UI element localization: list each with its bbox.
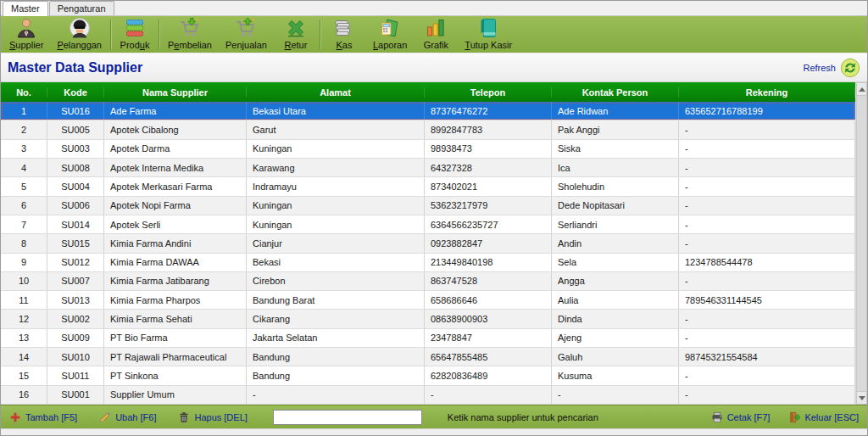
- cell-telepon: 6364566235727: [425, 215, 552, 233]
- scroll-up-icon: [859, 87, 865, 92]
- toolbar-button-grafik[interactable]: Grafik: [414, 17, 458, 52]
- table-row[interactable]: 1SU016Ade FarmaBekasi Utara87376476272Ad…: [1, 102, 855, 120]
- cell-alamat: Bandung: [247, 366, 425, 384]
- supplier-search-input[interactable]: [273, 410, 422, 425]
- toolbar-button-tutup-kasir[interactable]: Tutup Kasir: [458, 17, 519, 52]
- column-header-rekening[interactable]: Rekening: [679, 87, 855, 98]
- return-x-icon: [285, 17, 307, 39]
- toolbar-button-retur[interactable]: Retur: [274, 17, 318, 52]
- toolbar-button-label: Laporan: [373, 40, 407, 50]
- cell-telepon: 213449840198: [425, 254, 552, 271]
- ubah-button[interactable]: Ubah [F6]: [99, 411, 156, 423]
- cart-up-icon: [235, 17, 257, 39]
- table-row[interactable]: 3SU003Apotek DarmaKuningan98938473Siska-: [1, 140, 855, 159]
- cell-no: 5: [1, 177, 47, 195]
- cell-kontak-person: Siska: [552, 140, 679, 158]
- toolbar-group: KasLaporanGrafikTutup Kasir: [322, 17, 519, 52]
- pencil-icon: [99, 411, 111, 423]
- cell-alamat: Bandung Barat: [247, 291, 425, 309]
- cell-rekening: -: [679, 159, 855, 176]
- toolbar-button-label: Pembelian: [168, 40, 212, 50]
- column-header-telepon[interactable]: Telepon: [425, 87, 552, 98]
- cell-nama-supplier: Kimia Farma Andini: [104, 234, 247, 252]
- cell-kode: SU007: [47, 272, 104, 290]
- cell-kode: SU006: [47, 197, 104, 215]
- scroll-down-button[interactable]: [856, 391, 867, 405]
- cetak-button[interactable]: Cetak [F7]: [711, 411, 771, 423]
- table-row[interactable]: 6SU006Apotek Nopi FarmaKuningan536232179…: [1, 197, 855, 215]
- cell-kode: SU002: [47, 310, 104, 327]
- cell-telepon: 87376476272: [425, 102, 552, 120]
- refresh-icon[interactable]: [840, 58, 860, 78]
- cell-nama-supplier: Apotek Serli: [104, 215, 247, 233]
- cell-telepon: 0923882847: [425, 234, 552, 252]
- cell-kode: SU009: [47, 329, 104, 347]
- cell-kontak-person: Galuh: [552, 348, 679, 366]
- toolbar-button-label: Tutup Kasir: [465, 40, 512, 50]
- cell-no: 15: [1, 366, 47, 384]
- cell-kontak-person: Aulia: [552, 291, 679, 309]
- cell-kontak-person: Kusuma: [552, 366, 679, 384]
- table-row[interactable]: 2SU005Apotek CibalongGarut8992847783Pak …: [1, 120, 855, 139]
- tab-master[interactable]: Master: [3, 1, 48, 16]
- column-header-no[interactable]: No.: [1, 87, 47, 98]
- table-row[interactable]: 15SU011PT SinkonaBandung62820836489Kusum…: [1, 366, 855, 385]
- cell-kode: SU005: [47, 120, 104, 138]
- table-row[interactable]: 7SU014Apotek SerliKuningan6364566235727S…: [1, 215, 855, 234]
- cell-nama-supplier: PT Rajawali Pharmaceutical: [104, 348, 247, 366]
- toolbar-button-penjualan[interactable]: Penjualan: [219, 17, 274, 52]
- report-icon: [379, 17, 401, 39]
- page-title: Master Data Supplier: [8, 60, 142, 75]
- cell-kontak-person: Dede Nopitasari: [552, 197, 679, 215]
- table-row[interactable]: 5SU004Apotek Merkasari FarmaIndramayu873…: [1, 177, 855, 196]
- tambah-button[interactable]: Tambah [F5]: [9, 411, 77, 423]
- keluar-button[interactable]: Keluar [ESC]: [788, 411, 859, 423]
- table-row[interactable]: 10SU007Kimia Farma JatibarangCirebon8637…: [1, 272, 855, 291]
- cell-rekening: -: [679, 140, 855, 158]
- cell-rekening: -: [679, 329, 855, 347]
- cell-alamat: Garut: [247, 120, 425, 138]
- vertical-scrollbar[interactable]: [855, 82, 867, 405]
- cell-no: 16: [1, 386, 47, 404]
- supplier-icon: [15, 17, 37, 39]
- cell-rekening: 1234788544478: [679, 254, 855, 271]
- button-label: Keluar [ESC]: [804, 412, 859, 422]
- hapus-button[interactable]: Hapus [DEL]: [178, 411, 247, 423]
- tab-pengaturan[interactable]: Pengaturan: [49, 1, 114, 15]
- table-row[interactable]: 16SU001Supplier Umum----: [1, 386, 855, 405]
- cell-kontak-person: -: [552, 386, 679, 404]
- cell-telepon: 62820836489: [425, 366, 552, 384]
- toolbar-button-supplier[interactable]: Supplier: [3, 17, 50, 52]
- cell-telepon: 64327328: [425, 159, 552, 176]
- table-row[interactable]: 12SU002Kimia Farma SehatiCikarang0863890…: [1, 310, 855, 328]
- table-row[interactable]: 9SU012Kimia Farma DAWAABekasi21344984019…: [1, 254, 855, 272]
- scroll-up-button[interactable]: [856, 82, 867, 96]
- refresh-button[interactable]: Refresh: [803, 58, 860, 78]
- scrollbar-track[interactable]: [856, 96, 867, 391]
- cell-rekening: -: [679, 310, 855, 327]
- toolbar-button-pembelian[interactable]: Pembelian: [161, 17, 219, 52]
- toolbar-button-laporan[interactable]: Laporan: [366, 17, 414, 52]
- cell-nama-supplier: Apotek Nopi Farma: [104, 197, 247, 215]
- column-header-kode[interactable]: Kode: [47, 87, 104, 98]
- cash-icon: [333, 17, 355, 39]
- cell-kontak-person: Pak Anggi: [552, 120, 679, 138]
- table-row[interactable]: 13SU009PT Bio FarmaJakarta Selatan234788…: [1, 329, 855, 348]
- cell-kode: SU013: [47, 291, 104, 309]
- cell-kode: SU004: [47, 177, 104, 195]
- toolbar-separator: [320, 20, 320, 49]
- toolbar-button-pelanggan[interactable]: Pelanggan: [50, 17, 108, 52]
- cell-kontak-person: Ade Ridwan: [552, 102, 679, 120]
- cell-kode: SU015: [47, 234, 104, 252]
- cell-rekening: -: [679, 215, 855, 233]
- toolbar-button-label: Produk: [120, 40, 150, 50]
- column-header-kontak-person[interactable]: Kontak Person: [552, 87, 679, 98]
- column-header-alamat[interactable]: Alamat: [247, 87, 425, 98]
- table-row[interactable]: 8SU015Kimia Farma AndiniCianjur092388284…: [1, 234, 855, 253]
- table-row[interactable]: 14SU010PT Rajawali PharmaceuticalBandung…: [1, 348, 855, 366]
- table-row[interactable]: 11SU013Kimia Farma PharposBandung Barat6…: [1, 291, 855, 310]
- column-header-nama-supplier[interactable]: Nama Supplier: [104, 87, 247, 98]
- toolbar-button-produk[interactable]: Produk: [113, 17, 157, 52]
- toolbar-button-kas[interactable]: Kas: [322, 17, 366, 52]
- table-row[interactable]: 4SU008Apotek Interna MedikaKarawang64327…: [1, 159, 855, 177]
